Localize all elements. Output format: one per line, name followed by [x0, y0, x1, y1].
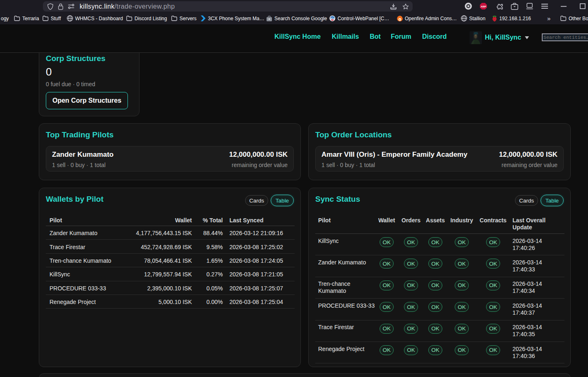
svg-text:CWP: CWP [330, 17, 335, 19]
svg-text:ABP: ABP [481, 5, 486, 8]
